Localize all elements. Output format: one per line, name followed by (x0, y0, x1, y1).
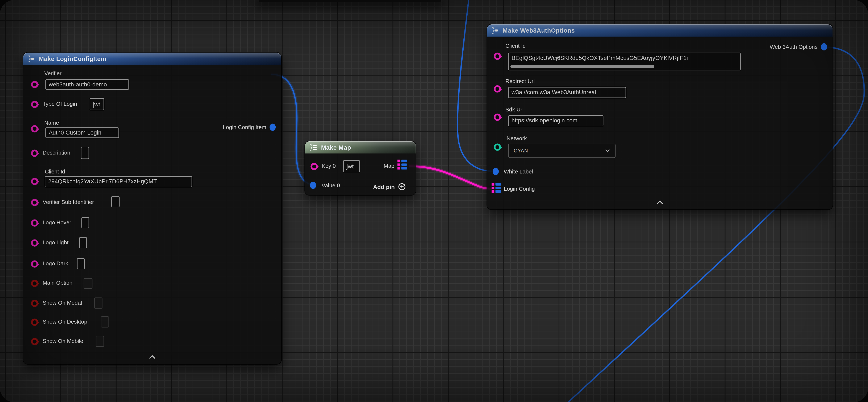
pin-label: Logo Hover (43, 220, 71, 226)
client-id-pin[interactable] (494, 53, 501, 60)
node-make-map[interactable]: Make Map Key 0 jwt Map Value 0 Add pin (305, 141, 416, 195)
main-option-pin[interactable] (31, 280, 38, 287)
white-label-pin[interactable] (493, 168, 499, 175)
pin-label: Sdk Url (505, 106, 524, 113)
node-make-loginconfigitem[interactable]: Make LoginConfigItem Login Config Item V… (23, 53, 281, 364)
pin-label: Logo Dark (43, 260, 68, 267)
show-on-desktop-checkbox[interactable] (101, 316, 109, 327)
pin-label: Network (506, 135, 527, 141)
show-on-modal-pin[interactable] (31, 300, 38, 307)
pin-label: Show On Desktop (43, 318, 87, 325)
map-output-pin[interactable] (398, 160, 406, 169)
login-config-pin[interactable] (492, 183, 501, 193)
logo-light-input[interactable] (79, 237, 87, 248)
add-pin-plus-icon (398, 183, 406, 191)
logo-hover-pin[interactable] (31, 220, 38, 227)
name-pin[interactable] (31, 125, 38, 133)
logo-dark-input[interactable] (77, 258, 85, 269)
type-of-login-input[interactable]: jwt (90, 98, 104, 110)
node-header[interactable]: Make Web3AuthOptions (487, 24, 833, 36)
logo-dark-pin[interactable] (31, 260, 38, 268)
redirect-url-input[interactable]: w3a://com.w3a.Web3AuthUnreal (508, 87, 626, 98)
pin-label: Client Id (505, 43, 526, 49)
node-header[interactable]: Make LoginConfigItem (23, 53, 281, 65)
output-row: Login Config Item (223, 124, 276, 131)
logo-light-pin[interactable] (31, 239, 38, 247)
output-row: Web 3Auth Options (770, 43, 827, 51)
key0-input[interactable]: jwt (343, 160, 360, 172)
output-pin-label: Login Config Item (223, 124, 267, 130)
make-struct-icon (27, 55, 35, 63)
node-make-web3authoptions[interactable]: Make Web3AuthOptions Web 3Auth Options C… (487, 24, 833, 209)
key0-pin[interactable] (310, 163, 318, 170)
pin-label: Logo Light (43, 239, 68, 246)
pin-label: Key 0 (321, 163, 336, 169)
pin-label: Client Id (45, 168, 65, 174)
show-on-mobile-pin[interactable] (31, 338, 38, 345)
verifier-sub-identifier-pin[interactable] (31, 199, 38, 206)
show-on-desktop-pin[interactable] (31, 318, 38, 326)
node-header[interactable]: Make Map (305, 141, 416, 153)
collapse-chevron-icon[interactable] (149, 355, 156, 359)
make-map-icon (309, 144, 318, 151)
node-title: Make LoginConfigItem (39, 56, 106, 62)
offscreen-node-top[interactable] (258, 0, 441, 2)
node-title: Make Map (321, 144, 351, 151)
pin-label: White Label (504, 168, 533, 174)
network-pin[interactable] (494, 144, 501, 151)
main-option-checkbox[interactable] (84, 278, 92, 289)
pin-label: Description (43, 150, 70, 156)
pin-label: Login Config (504, 185, 535, 192)
login-config-item-output-pin[interactable] (270, 124, 276, 131)
verifier-input[interactable]: web3auth-auth0-demo (45, 79, 129, 90)
pin-label: Redirect Url (505, 78, 535, 84)
network-selected-value: CYAN (514, 148, 528, 153)
chevron-down-icon (605, 149, 610, 152)
sdk-url-pin[interactable] (494, 114, 501, 121)
show-on-mobile-checkbox[interactable] (96, 336, 104, 347)
pin-label: Verifier (44, 70, 62, 77)
pin-label: Map (383, 163, 394, 169)
make-struct-icon (491, 27, 499, 34)
pin-label: Verifier Sub Identifier (43, 199, 94, 205)
web3auth-options-output-pin[interactable] (821, 43, 827, 51)
pin-label: Main Option (43, 280, 72, 286)
pin-label: Value 0 (321, 182, 340, 189)
client-id-input[interactable]: 294QRkchfq2YaXUbPri7D6PH7xzHgQMT (45, 176, 192, 187)
description-pin[interactable] (31, 150, 38, 157)
blueprint-graph: Make LoginConfigItem Login Config Item V… (0, 0, 868, 402)
network-dropdown[interactable]: CYAN (508, 144, 616, 158)
client-id-scrollbar[interactable] (510, 65, 654, 68)
node-title: Make Web3AuthOptions (503, 27, 575, 34)
output-pin-label: Web 3Auth Options (770, 44, 817, 50)
redirect-url-pin[interactable] (494, 85, 501, 92)
pin-label: Show On Mobile (43, 338, 83, 344)
client-id-pin[interactable] (31, 178, 38, 185)
name-input[interactable]: Auth0 Custom Login (45, 127, 119, 138)
show-on-modal-checkbox[interactable] (94, 297, 102, 309)
verifier-pin[interactable] (31, 81, 38, 88)
logo-hover-input[interactable] (81, 217, 89, 228)
pin-label: Name (44, 120, 59, 126)
graph-canvas[interactable]: Make LoginConfigItem Login Config Item V… (0, 0, 868, 402)
add-pin-label: Add pin (373, 183, 395, 190)
description-input[interactable] (81, 147, 89, 159)
add-pin-button[interactable]: Add pin (373, 183, 406, 191)
verifier-sub-identifier-input[interactable] (111, 196, 120, 207)
value0-pin[interactable] (310, 182, 316, 189)
collapse-chevron-icon[interactable] (656, 201, 663, 204)
type-of-login-pin[interactable] (31, 101, 38, 108)
sdk-url-input[interactable]: https://sdk.openlogin.com (508, 115, 603, 126)
pin-label: Show On Modal (43, 300, 82, 306)
pin-label: Type Of Login (43, 101, 77, 107)
